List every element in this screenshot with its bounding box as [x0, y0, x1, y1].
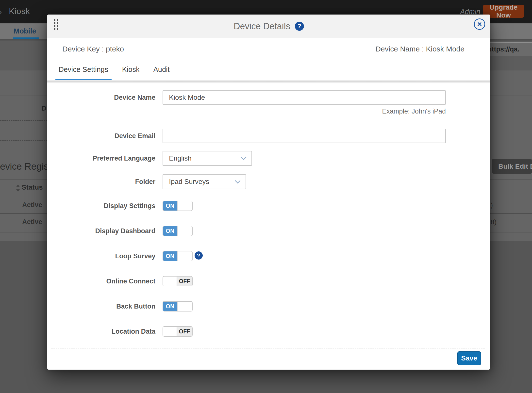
toggle-on-segment: ON — [163, 201, 177, 211]
device-name-helper-text: Example: John's iPad — [163, 108, 446, 116]
device-name-field-label: Device Name — [47, 90, 155, 105]
tab-mobile-underline — [13, 37, 39, 39]
sort-icon[interactable] — [16, 184, 20, 192]
toggle-on-segment: ON — [163, 226, 177, 236]
help-icon[interactable]: ? — [295, 22, 304, 31]
modal-subheader: Device Key : pteko Device Name : Kiosk M… — [47, 38, 490, 60]
folder-value: Ipad Surveys — [169, 178, 209, 186]
loop-survey-help-icon[interactable]: ? — [195, 251, 203, 260]
background-dashed-divider — [0, 140, 47, 141]
table-row-status: Active — [22, 218, 42, 226]
bulk-edit-devices-button[interactable]: Bulk Edit Dev — [492, 159, 532, 174]
device-registration-heading: evice Registr — [0, 161, 54, 172]
background-dashed-divider — [0, 120, 47, 121]
tab-mobile[interactable]: Mobile — [14, 27, 36, 35]
display-dashboard-toggle[interactable]: ON — [163, 226, 193, 236]
toggle-on-segment: ON — [163, 251, 177, 261]
modal-title-wrap: Device Details ? — [47, 15, 490, 38]
toggle-knob — [177, 251, 192, 261]
toggle-off-segment: OFF — [177, 327, 192, 336]
preferred-language-field-label: Preferred Language — [47, 151, 155, 166]
chevron-down-icon — [235, 178, 241, 184]
device-email-field-label: Device Email — [47, 129, 155, 143]
toggle-knob — [177, 201, 192, 211]
device-name-input[interactable] — [163, 90, 446, 105]
table-row-partial-text: ) — [491, 201, 493, 209]
modal-tabs: Device Settings Kiosk Audit — [47, 60, 490, 81]
online-connect-toggle[interactable]: OFF — [163, 276, 193, 286]
chevron-down-icon — [241, 155, 247, 160]
modal-title: Device Details — [233, 21, 290, 32]
folder-field-label: Folder — [47, 174, 155, 189]
loop-survey-label: Loop Survey — [47, 251, 155, 261]
footer-dashed-divider — [51, 348, 485, 348]
status-column-header[interactable]: Status — [22, 183, 43, 191]
toggle-off-segment: OFF — [177, 277, 192, 286]
back-button-toggle[interactable]: ON — [163, 301, 193, 311]
device-details-modal: Device Details ? ✕ Device Key : pteko De… — [47, 15, 490, 370]
tab-kiosk[interactable]: Kiosk — [119, 60, 143, 80]
back-button-label: Back Button — [47, 301, 155, 311]
breadcrumb-chevron-icon: › — [0, 6, 2, 18]
preferred-language-value: English — [169, 154, 192, 162]
table-row-status: Active — [22, 201, 42, 209]
tab-audit[interactable]: Audit — [150, 60, 173, 80]
screen: › Kiosk Admin Upgrade Now Mobile D evice… — [0, 0, 532, 393]
display-settings-label: Display Settings — [47, 201, 155, 211]
save-button[interactable]: Save — [457, 351, 481, 365]
table-row-partial-text: 8) — [491, 218, 497, 226]
device-key-label: Device Key : pteko — [62, 45, 124, 53]
close-icon[interactable]: ✕ — [474, 18, 485, 30]
display-dashboard-label: Display Dashboard — [47, 226, 155, 236]
modal-header: Device Details ? ✕ — [47, 15, 490, 38]
toggle-on-segment: ON — [163, 302, 177, 311]
background-partial-label: D — [41, 104, 46, 112]
online-connect-label: Online Connect — [47, 276, 155, 286]
display-settings-toggle[interactable]: ON — [163, 201, 193, 211]
preferred-language-select[interactable]: English — [163, 151, 252, 166]
tab-device-settings[interactable]: Device Settings — [55, 60, 112, 80]
toggle-knob — [163, 277, 177, 286]
device-email-input[interactable] — [163, 129, 446, 143]
toggle-knob — [163, 327, 177, 336]
folder-select[interactable]: Ipad Surveys — [163, 174, 246, 189]
device-name-label: Device Name : Kiosk Mode — [375, 45, 465, 53]
tab-bar-shadow — [47, 81, 490, 83]
toggle-knob — [177, 226, 192, 236]
location-data-toggle[interactable]: OFF — [163, 326, 193, 337]
loop-survey-toggle[interactable]: ON — [163, 251, 193, 261]
location-data-label: Location Data — [47, 326, 155, 337]
page-title: Kiosk — [9, 7, 30, 16]
toggle-knob — [177, 302, 192, 311]
